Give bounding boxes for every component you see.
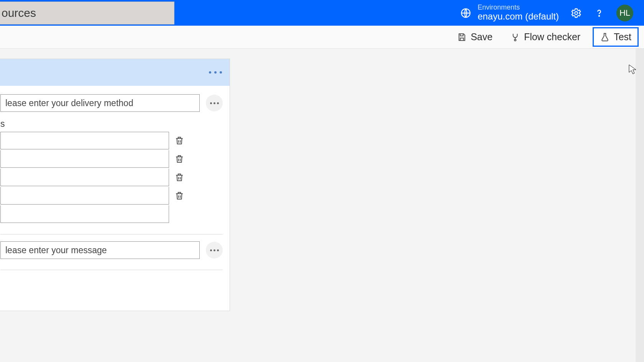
trash-icon[interactable] (174, 190, 184, 201)
help-icon[interactable] (593, 7, 605, 19)
env-label: Environments (478, 4, 559, 11)
option-row (0, 168, 223, 187)
divider (0, 270, 223, 270)
test-button[interactable]: Test (593, 27, 639, 47)
environment-picker[interactable]: Environments enayu.com (default) (460, 4, 559, 21)
app-header: ources Environments enayu.com (default) (0, 0, 644, 26)
message-input[interactable] (0, 241, 200, 259)
test-label: Test (614, 31, 631, 43)
svg-point-3 (514, 39, 516, 41)
row-more-button[interactable] (206, 242, 223, 259)
flow-checker-button[interactable]: Flow checker (505, 28, 586, 46)
header-right: Environments enayu.com (default) HL (460, 4, 644, 21)
save-label: Save (471, 31, 493, 43)
trash-icon[interactable] (174, 135, 184, 146)
option-input-2[interactable] (0, 150, 169, 168)
search-text: ources (2, 7, 36, 20)
flow-card-input: s (0, 59, 230, 311)
trash-icon[interactable] (174, 172, 184, 183)
row-more-button[interactable] (206, 95, 223, 111)
options-list (0, 131, 223, 223)
settings-icon[interactable] (570, 7, 582, 19)
scrollbar[interactable] (636, 49, 644, 362)
search-input[interactable]: ources (0, 2, 174, 25)
option-row (0, 205, 223, 223)
options-label: s (0, 119, 223, 129)
option-row (0, 150, 223, 168)
avatar-initials: HL (619, 8, 630, 18)
trash-icon[interactable] (174, 153, 184, 165)
env-name: enayu.com (default) (478, 11, 559, 21)
more-icon[interactable] (209, 71, 222, 74)
avatar[interactable]: HL (616, 5, 633, 21)
flow-checker-label: Flow checker (524, 31, 580, 43)
globe-icon (460, 7, 472, 19)
flow-canvas[interactable]: s (0, 49, 644, 362)
option-input-4[interactable] (0, 187, 169, 205)
option-input-5[interactable] (0, 205, 169, 223)
card-header[interactable] (0, 59, 230, 86)
option-input-1[interactable] (0, 132, 169, 149)
save-button[interactable]: Save (452, 28, 498, 46)
svg-point-2 (599, 15, 600, 16)
svg-point-1 (575, 11, 578, 15)
option-row (0, 187, 223, 205)
divider (0, 234, 223, 234)
option-row (0, 131, 223, 150)
delivery-method-input[interactable] (0, 94, 200, 112)
toolbar: Save Flow checker Test (0, 26, 644, 49)
option-input-3[interactable] (0, 169, 169, 186)
